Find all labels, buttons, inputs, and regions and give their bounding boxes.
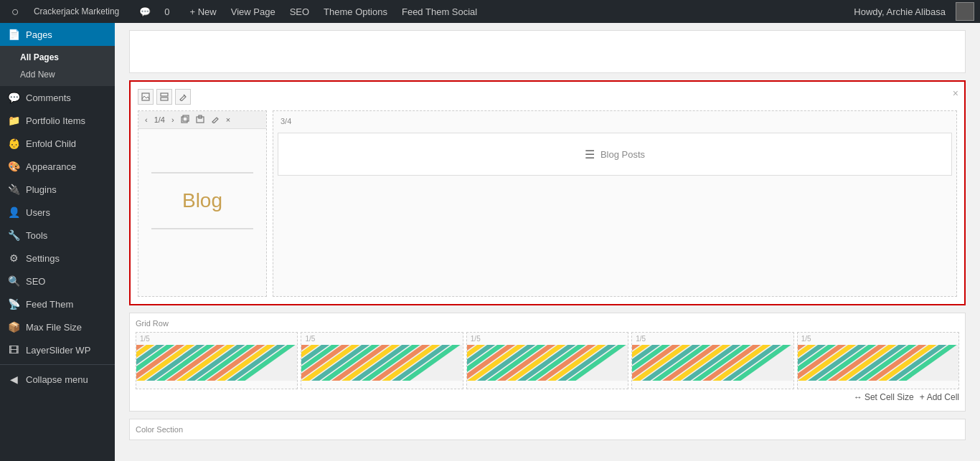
section-tool-image-btn[interactable] <box>138 89 154 105</box>
sidebar-item-appearance[interactable]: 🎨 Appearance <box>0 155 115 178</box>
appearance-icon: 🎨 <box>7 161 20 172</box>
col-prev-btn[interactable]: ‹ <box>143 115 150 125</box>
seo-icon: 🔍 <box>7 275 20 287</box>
grid-col-0[interactable]: 1/5 <box>136 332 298 389</box>
blog-posts-label: Blog Posts <box>600 149 645 160</box>
col-settings-btn[interactable] <box>209 114 222 125</box>
svg-rect-2 <box>161 98 168 100</box>
grid-row-section: Grid Row 1/5 1/5 1/5 1/5 1/5 ↔ Set Ce <box>129 313 966 412</box>
grid-col-1[interactable]: 1/5 <box>301 332 463 389</box>
sidebar-label-seo: SEO <box>26 276 45 287</box>
content-area: × <box>115 23 980 455</box>
new-button[interactable]: + New <box>184 0 222 23</box>
section-toolbar <box>138 89 957 105</box>
site-name[interactable]: Crackerjack Marketing <box>28 0 125 23</box>
maxfilesize-icon: 📦 <box>7 321 20 333</box>
grid-col-4[interactable]: 1/5 <box>797 332 959 389</box>
sidebar-item-collapse[interactable]: ◀ Collapse menu <box>0 368 115 391</box>
sidebar-item-seo[interactable]: 🔍 SEO <box>0 270 115 293</box>
howdy-text: Howdy, Archie Alibasa <box>848 0 951 23</box>
add-cell-label: Add Cell <box>927 392 959 402</box>
top-content-stub <box>129 30 966 73</box>
main-content: × <box>115 23 980 461</box>
left-column: ‹ 1/4 › × <box>138 110 267 297</box>
grid-row-label: Grid Row <box>136 319 959 328</box>
col-copy-btn[interactable] <box>179 114 192 125</box>
add-cell-btn[interactable]: + Add Cell <box>920 392 959 402</box>
comments-link[interactable]: 💬 0 <box>128 0 181 23</box>
inner-columns: ‹ 1/4 › × <box>138 110 957 297</box>
feed-them-social-link[interactable]: Feed Them Social <box>396 0 483 23</box>
sidebar-item-enfold[interactable]: 👶 Enfold Child <box>0 132 115 155</box>
sidebar-label-feedthem: Feed Them <box>26 299 73 310</box>
preview-line-top <box>151 172 253 174</box>
grid-row-bottom-bar: ↔ Set Cell Size + Add Cell <box>136 389 959 405</box>
portfolio-icon: 📁 <box>7 115 20 126</box>
sidebar-item-users[interactable]: 👤 Users <box>0 201 115 224</box>
grid-col-3[interactable]: 1/5 <box>631 332 793 389</box>
sidebar-label-settings: Settings <box>26 253 60 264</box>
view-page-link[interactable]: View Page <box>225 0 281 23</box>
left-col-toolbar: ‹ 1/4 › × <box>138 111 266 129</box>
active-section-close-btn[interactable]: × <box>953 87 958 99</box>
set-cell-icon: ↔ <box>854 392 862 402</box>
all-pages-link[interactable]: All Pages <box>0 49 115 66</box>
users-icon: 👤 <box>7 206 20 218</box>
sidebar-label-tools: Tools <box>26 230 47 241</box>
grid-col-label-0: 1/5 <box>136 333 297 345</box>
tools-icon: 🔧 <box>7 229 20 241</box>
settings-icon: ⚙ <box>7 252 20 264</box>
right-column: 3/4 ☰ Blog Posts <box>273 110 957 297</box>
sidebar-item-maxfilesize[interactable]: 📦 Max File Size <box>0 315 115 338</box>
plugins-icon: 🔌 <box>7 184 20 195</box>
col-next-btn[interactable]: › <box>169 115 176 125</box>
blog-posts-icon: ☰ <box>585 148 595 161</box>
theme-options-link[interactable]: Theme Options <box>318 0 393 23</box>
diagonal-pattern-4 <box>798 345 958 381</box>
svg-rect-5 <box>182 117 187 123</box>
pages-icon: 📄 <box>7 29 20 40</box>
grid-col-label-1: 1/5 <box>301 333 462 345</box>
user-howdy[interactable]: Howdy, Archie Alibasa <box>848 0 974 23</box>
sidebar-item-feedthem[interactable]: 📡 Feed Them <box>0 293 115 315</box>
blog-posts-element[interactable]: ☰ Blog Posts <box>278 133 952 176</box>
grid-col-2[interactable]: 1/5 <box>466 332 628 389</box>
add-new-page-link[interactable]: Add New <box>0 66 115 83</box>
sidebar-label-maxfilesize: Max File Size <box>26 322 82 333</box>
section-tool-layer-btn[interactable] <box>156 89 172 105</box>
sidebar-label-appearance: Appearance <box>26 161 76 172</box>
comments-icon: 💬 <box>7 92 20 103</box>
col-paste-btn[interactable] <box>194 114 207 125</box>
set-cell-size-btn[interactable]: ↔ Set Cell Size <box>854 392 914 402</box>
sidebar-label-portfolio: Portfolio Items <box>26 115 85 126</box>
diagonal-pattern-3 <box>632 345 793 381</box>
comments-count: 0 <box>159 0 175 23</box>
sidebar-item-comments[interactable]: 💬 Comments <box>0 86 115 109</box>
sidebar-label-enfold: Enfold Child <box>26 138 76 149</box>
diagonal-pattern-1 <box>301 345 462 381</box>
sidebar-item-settings[interactable]: ⚙ Settings <box>0 247 115 270</box>
seo-link[interactable]: SEO <box>284 0 315 23</box>
sidebar-item-pages[interactable]: 📄 Pages <box>0 23 115 46</box>
diagonal-pattern-0 <box>136 345 297 381</box>
layerslider-icon: 🎞 <box>7 344 20 356</box>
sidebar-item-layerslider[interactable]: 🎞 LayerSlider WP <box>0 338 115 361</box>
sidebar-label-comments: Comments <box>26 92 71 103</box>
enfold-icon: 👶 <box>7 138 20 149</box>
wp-layout: 📄 Pages All Pages Add New 💬 Comments 📁 P… <box>0 23 980 461</box>
user-avatar <box>956 2 974 21</box>
blog-title-text: Blog <box>182 189 222 212</box>
col-close-btn[interactable]: × <box>224 115 232 125</box>
add-cell-icon: + <box>920 392 925 402</box>
section-tool-edit-btn[interactable] <box>175 89 191 105</box>
sidebar-item-plugins[interactable]: 🔌 Plugins <box>0 178 115 201</box>
collapse-icon: ◀ <box>7 374 20 385</box>
comments-icon: 💬 <box>133 0 156 23</box>
wp-logo-icon[interactable]: ○ <box>6 0 25 23</box>
admin-bar: ○ Crackerjack Marketing 💬 0 + New View P… <box>0 0 980 23</box>
sidebar-label-pages: Pages <box>26 29 52 40</box>
feedthem-icon: 📡 <box>7 298 20 310</box>
blog-preview: Blog <box>138 129 266 272</box>
sidebar-item-tools[interactable]: 🔧 Tools <box>0 224 115 247</box>
sidebar-item-portfolio[interactable]: 📁 Portfolio Items <box>0 109 115 132</box>
